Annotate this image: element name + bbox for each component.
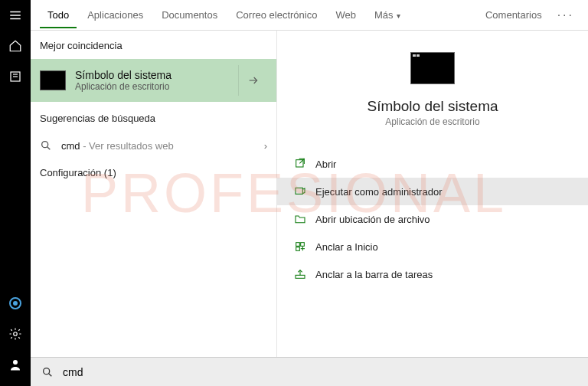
svg-line-22 <box>49 373 52 376</box>
preview-title: Símbolo del sistema <box>367 98 498 115</box>
arrow-right-icon[interactable] <box>238 65 267 96</box>
preview-subtitle: Aplicación de escritorio <box>385 116 479 127</box>
search-icon <box>40 139 52 152</box>
search-icon <box>41 366 54 378</box>
action-run-admin[interactable]: Ejecutar como administrador <box>277 178 588 205</box>
search-input[interactable] <box>63 366 577 378</box>
tab-web[interactable]: Web <box>328 3 364 27</box>
svg-rect-14 <box>296 243 300 247</box>
svg-line-10 <box>47 147 51 150</box>
results-pane: Mejor coincidencia Símbolo del sistema A… <box>31 31 276 357</box>
svg-rect-15 <box>301 243 305 247</box>
svg-point-7 <box>13 360 18 365</box>
pin-taskbar-icon <box>294 268 306 280</box>
open-icon <box>294 158 306 170</box>
user-icon[interactable] <box>0 349 31 380</box>
best-match-item[interactable]: Símbolo del sistema Aplicación de escrit… <box>31 59 276 102</box>
gear-icon[interactable] <box>0 319 31 349</box>
tab-todo[interactable]: Todo <box>40 3 77 28</box>
action-open-location[interactable]: Abrir ubicación de archivo <box>277 205 588 233</box>
svg-point-9 <box>42 142 48 148</box>
list-icon[interactable] <box>0 61 31 92</box>
tab-mas[interactable]: Más ▾ <box>367 3 408 27</box>
config-label[interactable]: Configuración (1) <box>31 159 276 186</box>
tab-aplicaciones[interactable]: Aplicaciones <box>80 3 151 27</box>
taskbar <box>0 0 31 386</box>
action-pin-start[interactable]: Anclar a Inicio <box>277 233 588 260</box>
preview-app-icon <box>410 52 455 84</box>
action-open[interactable]: Abrir <box>277 150 588 178</box>
more-icon[interactable]: ··· <box>553 8 579 22</box>
svg-point-21 <box>44 368 50 374</box>
filter-bar: Todo Aplicaciones Documentos Correo elec… <box>31 0 588 31</box>
svg-rect-19 <box>296 275 305 278</box>
svg-rect-16 <box>296 247 300 251</box>
feedback-link[interactable]: Comentarios <box>478 3 550 27</box>
search-bar <box>31 357 588 386</box>
action-pin-taskbar[interactable]: Anclar a la barra de tareas <box>277 260 588 288</box>
cortana-icon[interactable] <box>0 288 31 319</box>
shield-icon <box>294 185 306 198</box>
tab-correo[interactable]: Correo electrónico <box>228 3 325 27</box>
hamburger-icon[interactable] <box>0 0 31 31</box>
preview-pane: Símbolo del sistema Aplicación de escrit… <box>276 31 588 357</box>
folder-icon <box>294 213 306 225</box>
suggestions-label: Sugerencias de búsqueda <box>31 102 276 132</box>
search-panel: Todo Aplicaciones Documentos Correo elec… <box>31 0 588 386</box>
svg-rect-13 <box>296 188 302 194</box>
chevron-right-icon: › <box>264 140 267 152</box>
best-match-title: Símbolo del sistema <box>75 69 172 81</box>
best-match-subtitle: Aplicación de escritorio <box>75 81 172 92</box>
chevron-down-icon: ▾ <box>394 11 400 20</box>
home-icon[interactable] <box>0 31 31 61</box>
suggestion-item[interactable]: cmd - Ver resultados web › <box>31 132 276 159</box>
cmd-icon <box>40 70 66 90</box>
tab-documentos[interactable]: Documentos <box>154 3 225 27</box>
svg-point-6 <box>14 332 18 336</box>
pin-start-icon <box>294 240 306 253</box>
best-match-label: Mejor coincidencia <box>31 40 276 59</box>
